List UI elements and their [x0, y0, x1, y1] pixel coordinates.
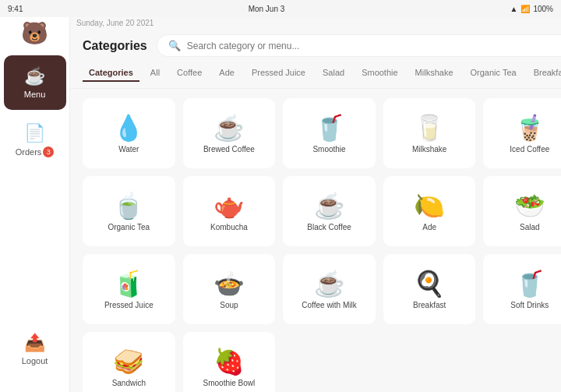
menu-card-sandwich[interactable]: 🥪Sandwich	[83, 332, 175, 392]
menu-card-icon: 🥤	[514, 271, 545, 296]
menu-card-label: Pressed Juice	[104, 301, 153, 309]
wifi-icon: 📶	[520, 5, 530, 13]
logo-area: 🐻	[21, 17, 48, 52]
menu-card-label: Smoothie Bowl	[203, 379, 256, 387]
sidebar-item-orders[interactable]: 📄 Orders 3	[4, 113, 66, 168]
menu-card-icon: ☕	[314, 271, 345, 296]
menu-card-label: Brewed Coffee	[203, 145, 255, 154]
menu-card-label: Sandwich	[112, 379, 146, 387]
page-title: Categories	[83, 39, 147, 53]
sidebar-label-menu: Menu	[24, 90, 46, 99]
menu-card-label: Salad	[520, 223, 540, 231]
logo-icon: 🐻	[21, 20, 48, 46]
battery-icon: 100%	[533, 5, 553, 13]
menu-card-icon: 🥪	[113, 349, 144, 374]
tab-ade[interactable]: Ade	[213, 65, 241, 82]
search-bar[interactable]: 🔍	[157, 34, 561, 57]
menu-card-salad[interactable]: 🥗Salad	[483, 176, 561, 246]
menu-card-icon: 🥛	[414, 115, 445, 140]
status-day: Mon Jun 3	[249, 5, 285, 13]
menu-card-soft-drinks[interactable]: 🥤Soft Drinks	[483, 254, 561, 324]
menu-card-brewed-coffee[interactable]: ☕Brewed Coffee	[183, 98, 276, 168]
menu-card-icon: 🍲	[213, 271, 245, 296]
menu-card-icon: 🍳	[414, 271, 445, 296]
sidebar-item-menu[interactable]: ☕ Menu	[4, 55, 66, 110]
menu-card-label: Coffee with Milk	[302, 301, 356, 309]
sidebar: 🐻 ☕ Menu 📄 Orders 3 📤 Logout	[0, 0, 70, 392]
menu-card-water[interactable]: 💧Water	[83, 98, 175, 168]
menu-card-label: Water	[118, 145, 139, 154]
menu-card-breakfast[interactable]: 🍳Breakfast	[383, 254, 476, 324]
menu-card-label: Black Coffee	[307, 223, 351, 231]
sidebar-nav: ☕ Menu 📄 Orders 3	[0, 52, 69, 322]
menu-card-label: Ade	[422, 223, 436, 231]
tab-smoothie[interactable]: Smoothie	[355, 65, 404, 82]
menu-card-soup[interactable]: 🍲Soup	[183, 254, 276, 324]
menu-card-black-coffee[interactable]: ☕Black Coffee	[283, 176, 376, 246]
menu-card-icon: 🫖	[213, 193, 245, 218]
sidebar-bottom: 📤 Logout	[4, 322, 66, 386]
tab-breakfast[interactable]: Breakfast	[527, 65, 561, 82]
sidebar-label-orders: Orders	[16, 147, 42, 157]
categories-tabs: CategoriesAllCoffeeAdePressed JuiceSalad…	[70, 62, 561, 89]
menu-card-milkshake[interactable]: 🥛Milkshake	[383, 98, 476, 168]
menu-card-ade[interactable]: 🍋Ade	[383, 176, 476, 246]
menu-card-label: Iced Coffee	[510, 145, 549, 154]
main-content: Sunday, June 20 2021 Categories 🔍 Catego…	[70, 0, 561, 392]
menu-card-icon: 💧	[113, 115, 144, 140]
search-icon: 🔍	[168, 40, 181, 51]
menu-card-label: Smoothie	[312, 145, 345, 154]
menu-card-icon: 🍋	[414, 193, 445, 218]
orders-badge: 3	[43, 147, 54, 157]
menu-card-label: Breakfast	[413, 301, 446, 309]
menu-card-smoothie-bowl[interactable]: 🍓Smoothie Bowl	[183, 332, 276, 392]
orders-icon: 📄	[24, 123, 45, 143]
status-time: 9:41	[8, 5, 23, 13]
tab-categories[interactable]: Categories	[83, 65, 139, 82]
menu-card-icon: 🧃	[113, 271, 144, 296]
menu-card-label: Soup	[220, 301, 238, 309]
menu-card-label: Kombucha	[210, 223, 248, 231]
menu-card-label: Milkshake	[412, 145, 446, 154]
tab-pressed-juice[interactable]: Pressed Juice	[245, 65, 312, 82]
menu-card-icon: 🧋	[514, 115, 545, 140]
status-bar: 9:41 Mon Jun 3 ▲ 📶 100%	[0, 0, 561, 17]
signal-icon: ▲	[510, 5, 518, 13]
logout-icon: 📤	[24, 333, 45, 353]
tab-milkshake[interactable]: Milkshake	[409, 65, 460, 82]
sidebar-label-logout: Logout	[22, 356, 48, 366]
menu-card-icon: 🥤	[314, 115, 345, 140]
menu-card-kombucha[interactable]: 🫖Kombucha	[183, 176, 276, 246]
date-label: Sunday, June 20 2021	[76, 19, 153, 27]
search-input[interactable]	[187, 41, 561, 51]
menu-grid: 💧Water☕Brewed Coffee🥤Smoothie🥛Milkshake🧋…	[70, 89, 561, 392]
menu-card-icon: ☕	[314, 193, 345, 218]
menu-card-label: Soft Drinks	[510, 301, 549, 309]
tab-coffee[interactable]: Coffee	[171, 65, 208, 82]
menu-card-iced-coffee[interactable]: 🧋Iced Coffee	[483, 98, 561, 168]
menu-card-label: Organic Tea	[108, 223, 150, 231]
sidebar-item-logout[interactable]: 📤 Logout	[4, 322, 66, 376]
menu-card-icon: 🍵	[113, 193, 144, 218]
menu-card-icon: 🥗	[514, 193, 545, 218]
menu-card-coffee-with-milk[interactable]: ☕Coffee with Milk	[283, 254, 376, 324]
tab-salad[interactable]: Salad	[316, 65, 351, 82]
menu-card-icon: 🍓	[213, 349, 245, 374]
tab-all[interactable]: All	[144, 65, 166, 82]
menu-icon: ☕	[24, 66, 45, 87]
menu-card-smoothie[interactable]: 🥤Smoothie	[283, 98, 376, 168]
tab-organic-tea[interactable]: Organic Tea	[464, 65, 523, 82]
menu-card-pressed-juice[interactable]: 🧃Pressed Juice	[83, 254, 175, 324]
menu-card-organic-tea[interactable]: 🍵Organic Tea	[83, 176, 175, 246]
menu-card-icon: ☕	[213, 115, 245, 140]
